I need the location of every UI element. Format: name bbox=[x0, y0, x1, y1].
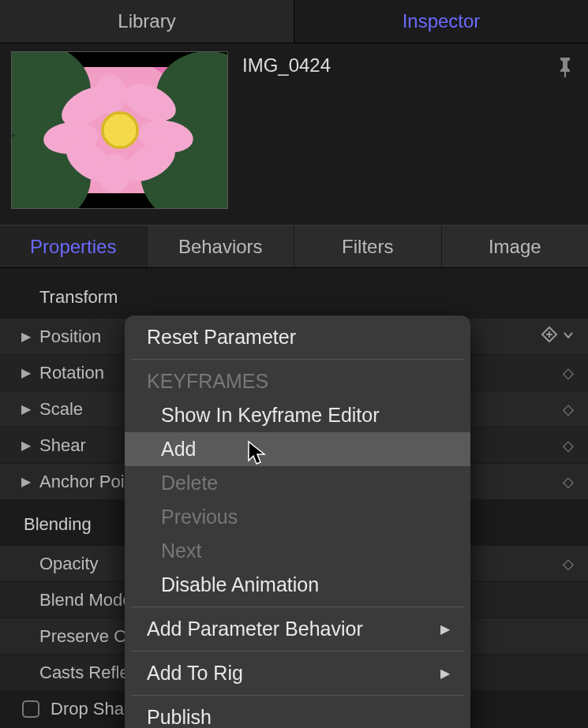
clip-title: IMG_0424 bbox=[242, 51, 539, 77]
tab-behaviors[interactable]: Behaviors bbox=[148, 226, 295, 267]
disclosure-icon[interactable]: ▶ bbox=[17, 329, 35, 344]
menu-add-parameter-behavior[interactable]: Add Parameter Behavior ▶ bbox=[125, 612, 470, 646]
menu-separator bbox=[131, 651, 464, 651]
keyframe-icon[interactable]: ◇ bbox=[563, 555, 574, 573]
menu-next: Next bbox=[125, 534, 470, 568]
menu-show-in-keyframe-editor[interactable]: Show In Keyframe Editor bbox=[125, 398, 470, 432]
keyframe-icon[interactable]: ◇ bbox=[563, 401, 574, 418]
pin-icon[interactable] bbox=[553, 51, 577, 84]
menu-separator bbox=[131, 695, 464, 696]
menu-add-to-rig[interactable]: Add To Rig ▶ bbox=[125, 656, 470, 690]
keyframe-icon[interactable]: ◇ bbox=[563, 437, 574, 454]
submenu-arrow-icon: ▶ bbox=[440, 666, 450, 681]
keyframe-icon[interactable]: ◇ bbox=[563, 473, 574, 491]
top-tabs: Library Inspector bbox=[0, 0, 588, 43]
menu-keyframes-label: KEYFRAMES bbox=[125, 364, 470, 398]
preview-area: IMG_0424 bbox=[0, 43, 588, 225]
disclosure-icon[interactable]: ▶ bbox=[17, 401, 35, 416]
menu-separator bbox=[131, 607, 464, 607]
menu-previous: Previous bbox=[125, 500, 470, 534]
menu-separator bbox=[131, 359, 464, 360]
menu-add[interactable]: Add bbox=[125, 432, 470, 466]
menu-disable-animation[interactable]: Disable Animation bbox=[125, 568, 470, 602]
drop-shadow-checkbox[interactable] bbox=[22, 700, 39, 718]
section-transform: Transform bbox=[0, 276, 588, 319]
clip-thumbnail[interactable] bbox=[11, 51, 228, 209]
keyframe-icon[interactable]: ◇ bbox=[563, 364, 574, 382]
disclosure-icon[interactable]: ▶ bbox=[17, 365, 35, 380]
chevron-down-icon[interactable] bbox=[563, 330, 574, 343]
menu-reset-parameter[interactable]: Reset Parameter bbox=[125, 320, 470, 354]
disclosure-icon[interactable]: ▶ bbox=[17, 438, 35, 453]
disclosure-icon[interactable]: ▶ bbox=[17, 474, 35, 489]
tab-library[interactable]: Library bbox=[0, 0, 294, 43]
tab-image[interactable]: Image bbox=[442, 226, 589, 267]
context-menu: Reset Parameter KEYFRAMES Show In Keyfra… bbox=[125, 315, 470, 728]
submenu-arrow-icon: ▶ bbox=[440, 622, 450, 637]
inspector-sub-tabs: Properties Behaviors Filters Image bbox=[0, 225, 588, 268]
menu-item-label: Add Parameter Behavior bbox=[147, 618, 363, 640]
menu-publish[interactable]: Publish bbox=[125, 700, 470, 728]
tab-properties[interactable]: Properties bbox=[0, 226, 148, 267]
tab-filters[interactable]: Filters bbox=[294, 226, 442, 267]
menu-item-label: Add To Rig bbox=[147, 662, 243, 685]
keyframe-add-icon[interactable] bbox=[541, 326, 558, 347]
tab-inspector[interactable]: Inspector bbox=[294, 0, 588, 43]
menu-delete: Delete bbox=[125, 466, 470, 500]
